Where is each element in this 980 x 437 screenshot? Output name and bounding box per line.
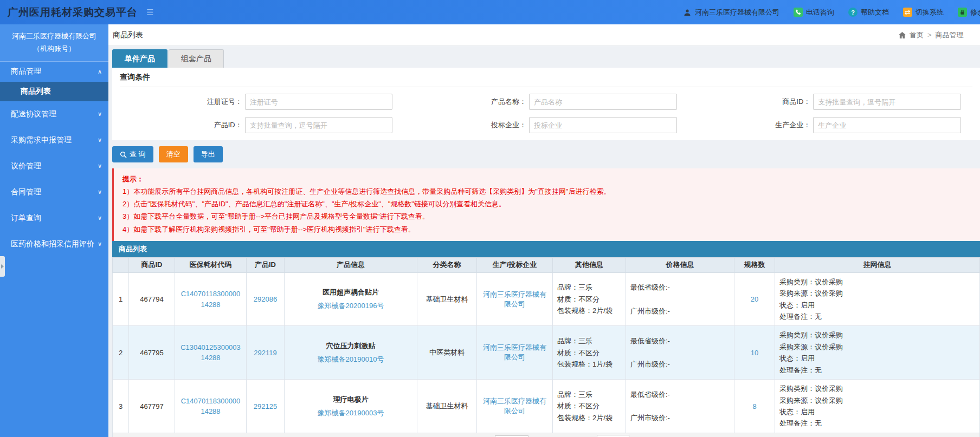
chevron-down-icon: ∨ (98, 162, 102, 169)
table-row: 3 467797 C1407011830000014288 292125 理疗电… (113, 380, 980, 433)
bidding-company-input[interactable] (529, 117, 677, 133)
goods-id-input[interactable] (813, 94, 961, 110)
col-row-number (113, 257, 129, 272)
price-info-cell: 最低省级价:- 广州市级价:- (626, 380, 734, 433)
sidebar-item-delivery-agreement[interactable]: 配送协议管理 ∨ (0, 101, 108, 127)
insurance-code-link[interactable]: C1407011830000014288 (181, 290, 241, 309)
table-header-row: 商品ID 医保耗材代码 产品ID 产品信息 分类名称 生产/投标企业 其他信息 … (113, 257, 980, 272)
goods-id-cell: 467797 (129, 380, 175, 433)
price-info-cell: 最低省级价:- 广州市级价:- (626, 326, 734, 380)
category-cell: 中医类材料 (417, 326, 477, 380)
registration-cert-link[interactable]: 豫郑械备20190010号 (318, 355, 384, 363)
manufacturer-input[interactable] (813, 117, 961, 133)
product-name: 穴位压力刺激贴 (289, 341, 412, 351)
company-link[interactable]: 河南三乐医疗器械有限公司 (483, 290, 546, 308)
action-buttons: 查 询 清空 导出 (112, 146, 980, 162)
listing-info-cell: 采购类别：议价采购 采购来源：议价采购 状态：启用 处理备注：无 (775, 272, 980, 326)
switch-icon: ⇄ (903, 8, 912, 17)
sidebar-account-type: （机构账号） (3, 42, 105, 55)
tab-package-product[interactable]: 组套产品 (169, 49, 224, 68)
sidebar-item-order-query[interactable]: 订单查询 ∨ (0, 205, 108, 231)
company-link[interactable]: 河南三乐医疗器械有限公司 (483, 343, 546, 361)
lock-icon (958, 8, 967, 17)
sidebar-item-goods-list[interactable]: 商品列表 (0, 82, 108, 101)
help-docs-link[interactable]: ? 帮助文档 (848, 8, 889, 17)
chevron-down-icon: ∨ (98, 110, 102, 118)
hint-title: 提示： (122, 173, 971, 185)
search-button[interactable]: 查 询 (112, 146, 153, 162)
switch-system-link[interactable]: ⇄ 切换系统 (903, 8, 944, 17)
insurance-code-link[interactable]: C1407011830000014288 (181, 397, 241, 416)
other-info-cell: 品牌：三乐 材质：不区分 包装规格：1片/袋 (553, 326, 626, 380)
page-size-select[interactable]: 10 (597, 435, 629, 437)
col-product-id: 产品ID (247, 257, 285, 272)
col-company: 生产/投标企业 (477, 257, 553, 272)
app-title: 广州医用耗材采购交易平台 (8, 5, 138, 19)
col-price-info: 价格信息 (626, 257, 734, 272)
company-link[interactable]: 河南三乐医疗器械有限公司 (483, 397, 546, 415)
query-panel-title: 查询条件 (120, 73, 972, 87)
chevron-down-icon: ∨ (98, 214, 102, 221)
home-icon (899, 32, 906, 38)
sidebar-nav: 河南三乐医疗器械有限公司 （机构账号） 商品管理 ∧ 商品列表 配送协议管理 ∨… (0, 24, 108, 437)
account-company-link[interactable]: 河南三乐医疗器械有限公司 (682, 8, 779, 17)
col-listing-info: 挂网信息 (775, 257, 980, 272)
breadcrumb-current: 商品管理 (936, 30, 964, 40)
sidebar-collapse-handle[interactable] (0, 256, 5, 277)
col-goods-id: 商品ID (129, 257, 175, 272)
tab-single-product[interactable]: 单件产品 (112, 49, 167, 68)
sidebar-account-name: 河南三乐医疗器械有限公司 (3, 30, 105, 42)
spec-count-link[interactable]: 20 (751, 295, 758, 303)
row-number: 3 (113, 380, 129, 433)
price-info-cell: 最低省级价:- 广州市级价:- (626, 272, 734, 326)
reg-cert-input[interactable] (245, 94, 393, 110)
query-panel: 查询条件 注册证号： 产品名称： 商品ID： 产品ID： (112, 68, 980, 140)
export-button[interactable]: 导出 (194, 146, 223, 162)
category-cell: 基础卫生材料 (417, 272, 477, 326)
product-id-input[interactable] (245, 117, 393, 133)
spec-count-link[interactable]: 8 (752, 402, 756, 410)
col-spec-count: 规格数 (734, 257, 775, 272)
change-password-label: 修改密码 (970, 8, 980, 17)
registration-cert-link[interactable]: 豫郑械备20200196号 (318, 302, 384, 310)
spec-count-link[interactable]: 10 (751, 349, 758, 357)
hint-line: 1）本功能展示所有平台挂网商品信息，各机构可按注册证、生产企业等信息进行筛选查找… (122, 185, 971, 198)
sidebar-item-contract-management[interactable]: 合同管理 ∨ (0, 179, 108, 205)
product-id-link[interactable]: 292119 (254, 349, 276, 357)
product-name-input[interactable] (529, 94, 677, 110)
sidebar-item-credit-evaluation[interactable]: 医药价格和招采信用评价 ∨ (0, 231, 108, 257)
user-icon (682, 8, 692, 17)
col-product-info: 产品信息 (285, 257, 417, 272)
breadcrumb-bar: 商品列表 首页 > 商品管理 (108, 24, 980, 46)
phone-consult-link[interactable]: 电话咨询 (794, 8, 834, 17)
listing-info-cell: 采购类别：议价采购 采购来源：议价采购 状态：启用 处理备注：无 (775, 380, 980, 433)
breadcrumb-home[interactable]: 首页 (910, 30, 924, 40)
change-password-link[interactable]: 修改密码 (958, 8, 980, 17)
goods-id-cell: 467794 (129, 272, 175, 326)
col-insurance-code: 医保耗材代码 (175, 257, 247, 272)
goods-id-cell: 467795 (129, 326, 175, 380)
reg-cert-label: 注册证号： (120, 97, 245, 107)
sidebar-item-goods-management[interactable]: 商品管理 ∧ (0, 62, 108, 82)
chevron-down-icon: ∨ (98, 240, 102, 247)
table-section-title: 商品列表 (112, 241, 980, 257)
top-header-bar: 广州医用耗材采购交易平台 ☰ 河南三乐医疗器械有限公司 电话咨询 ? 帮助文档 … (0, 0, 980, 24)
sidebar-item-purchase-demand[interactable]: 采购需求申报管理 ∨ (0, 127, 108, 153)
page-title: 商品列表 (113, 30, 143, 40)
breadcrumb-separator: > (927, 31, 932, 39)
insurance-code-link[interactable]: C1304012530000314288 (180, 343, 241, 362)
menu-toggle-icon[interactable]: ☰ (146, 8, 153, 17)
product-name: 医用超声耦合贴片 (289, 288, 412, 297)
help-docs-label: 帮助文档 (861, 8, 889, 17)
collapse-arrow-icon (1, 264, 6, 269)
chevron-down-icon: ∨ (98, 188, 102, 195)
hint-line: 4）如需下载了解医疗机构采购视频指引，可至"帮助手册-->医疗机构视频指引"进行… (122, 223, 971, 236)
product-id-link[interactable]: 292086 (254, 295, 277, 303)
clear-button[interactable]: 清空 (159, 146, 188, 162)
switch-system-label: 切换系统 (915, 8, 944, 17)
goods-id-label: 商品ID： (688, 97, 814, 107)
registration-cert-link[interactable]: 豫郑械备20190003号 (318, 409, 384, 417)
product-id-link[interactable]: 292125 (254, 402, 277, 410)
help-icon: ? (848, 8, 858, 17)
sidebar-item-price-negotiation[interactable]: 议价管理 ∨ (0, 153, 108, 179)
